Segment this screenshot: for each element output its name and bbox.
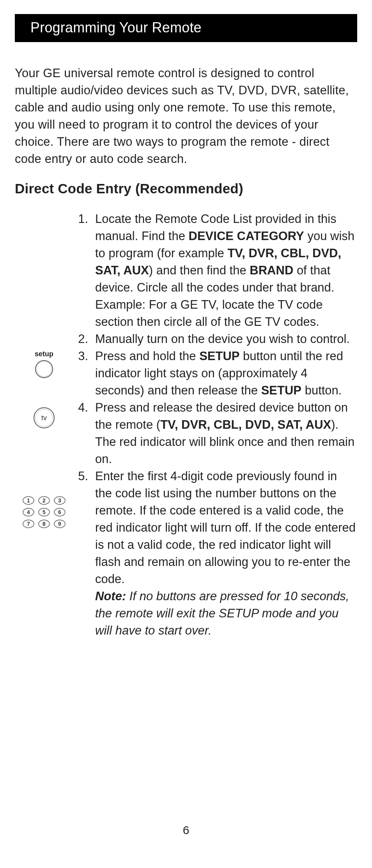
step-text: Press and release the desired device but…: [90, 399, 357, 468]
step-number: 1.: [73, 210, 90, 228]
svg-text:3: 3: [58, 497, 61, 504]
step-4: tv 4. Press and release the desired devi…: [15, 399, 357, 468]
step-text: Locate the Remote Code List provided in …: [90, 210, 357, 331]
svg-text:8: 8: [43, 521, 46, 527]
step-number: 3.: [73, 348, 90, 365]
svg-text:9: 9: [58, 521, 61, 527]
tv-button-label: tv: [41, 414, 47, 422]
step-5: 1 2 3 4 5 6 7 8 9 5. Ente: [15, 468, 357, 588]
step-1: 1. Locate the Remote Code List provided …: [15, 210, 357, 331]
step-text: Press and hold the SETUP button until th…: [90, 348, 357, 399]
steps-list: 1. Locate the Remote Code List provided …: [15, 210, 357, 639]
svg-text:7: 7: [27, 521, 30, 527]
step-number: 2.: [73, 331, 90, 348]
step-note: Note: If no buttons are pressed for 10 s…: [15, 588, 357, 639]
step-3: setup 3. Press and hold the SETUP button…: [15, 348, 357, 399]
setup-button-icon: setup: [35, 350, 53, 378]
setup-button-label: setup: [35, 350, 53, 358]
note-text: Note: If no buttons are pressed for 10 s…: [90, 588, 357, 639]
section-title-bar: Programming Your Remote: [15, 14, 357, 42]
step-2: 2. Manually turn on the device you wish …: [15, 331, 357, 348]
note-label: Note:: [95, 589, 126, 603]
svg-text:6: 6: [58, 509, 61, 515]
svg-text:1: 1: [27, 497, 30, 504]
step-text: Manually turn on the device you wish to …: [90, 331, 357, 348]
page-number: 6: [0, 824, 372, 837]
section-title: Programming Your Remote: [30, 19, 202, 35]
svg-point-0: [35, 361, 53, 378]
number-keypad-icon: 1 2 3 4 5 6 7 8 9: [21, 495, 67, 529]
intro-paragraph: Your GE universal remote control is desi…: [15, 65, 357, 168]
step-text: Enter the first 4-digit code previously …: [90, 468, 357, 588]
svg-text:2: 2: [43, 497, 46, 504]
subsection-heading: Direct Code Entry (Recommended): [15, 181, 357, 196]
manual-page: Programming Your Remote Your GE universa…: [0, 0, 372, 868]
svg-text:5: 5: [43, 509, 46, 515]
step-number: 4.: [73, 399, 90, 416]
svg-text:4: 4: [27, 509, 30, 515]
tv-button-icon: tv: [33, 407, 55, 429]
step-number: 5.: [73, 468, 90, 485]
